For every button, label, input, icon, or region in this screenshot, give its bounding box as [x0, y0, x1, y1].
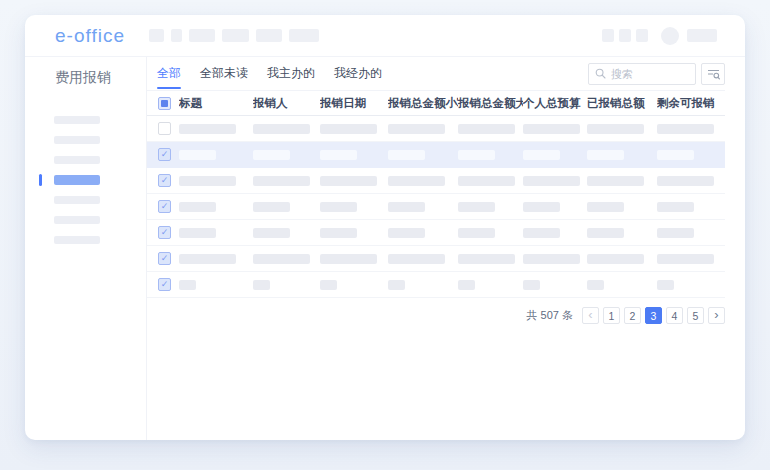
column-header-reimbursed-total: 已报销总额 [587, 96, 657, 111]
skeleton-bar [523, 124, 580, 134]
skeleton-bar [179, 228, 216, 238]
skeleton-bar [388, 176, 445, 186]
skeleton-bar [523, 254, 580, 264]
table-row[interactable] [147, 116, 725, 142]
expense-table: 标题 报销人 报销日期 报销总金额小写 报销总金额大写 个人总预算 已报销总额 … [147, 90, 725, 298]
skeleton-bar [657, 150, 694, 160]
skeleton-bar [657, 280, 674, 290]
prev-page-button[interactable]: ‹ [582, 307, 599, 324]
sidebar-item[interactable] [25, 150, 146, 170]
skeleton-bar [458, 202, 495, 212]
row-checkbox[interactable]: ✓ [158, 148, 171, 161]
skeleton-bar [587, 228, 624, 238]
skeleton-bar [458, 228, 495, 238]
search-box[interactable] [588, 63, 696, 85]
avatar[interactable] [661, 27, 679, 45]
page-button-2[interactable]: 2 [624, 307, 641, 324]
action-placeholder [636, 29, 648, 42]
topbar: e-office [25, 15, 745, 57]
select-all-checkbox[interactable] [158, 97, 171, 110]
skeleton-bar [523, 150, 560, 160]
sidebar-menu [25, 110, 146, 250]
advanced-search-button[interactable] [701, 63, 725, 85]
sidebar-item[interactable] [25, 210, 146, 230]
row-checkbox[interactable]: ✓ [158, 174, 171, 187]
column-header-personal-budget: 个人总预算 [523, 96, 587, 111]
table-row[interactable]: ✓ [147, 142, 725, 168]
search-area [588, 63, 725, 85]
skeleton-bar [458, 176, 515, 186]
skeleton-bar [320, 124, 377, 134]
skeleton-bar [657, 124, 714, 134]
sidebar-item-skeleton [54, 156, 100, 164]
table-row[interactable]: ✓ [147, 220, 725, 246]
next-page-button[interactable]: › [708, 307, 725, 324]
skeleton-bar [253, 202, 290, 212]
skeleton-bar [523, 176, 580, 186]
skeleton-bar [388, 124, 445, 134]
skeleton-bar [587, 254, 644, 264]
toolbar: 全部 全部未读 我主办的 我经办的 [147, 57, 745, 90]
skeleton-bar [657, 228, 694, 238]
row-checkbox[interactable]: ✓ [158, 200, 171, 213]
skeleton-bar [657, 254, 714, 264]
skeleton-bar [388, 150, 425, 160]
skeleton-bar [253, 280, 270, 290]
action-placeholder [602, 29, 614, 42]
pagination-total: 共 507 条 [527, 308, 573, 323]
table-body: ✓✓✓✓✓✓ [147, 116, 725, 298]
tab-my-hosted[interactable]: 我主办的 [267, 57, 315, 90]
nav-placeholder [222, 29, 249, 42]
username-placeholder [687, 29, 717, 42]
search-icon [595, 68, 606, 79]
tab-label: 我经办的 [334, 65, 382, 82]
sidebar-item-skeleton [54, 175, 100, 185]
page-button-1[interactable]: 1 [603, 307, 620, 324]
column-header-date: 报销日期 [320, 96, 388, 111]
advanced-search-icon [707, 68, 720, 80]
sidebar-item-skeleton [54, 236, 100, 244]
tab-all[interactable]: 全部 [157, 57, 181, 90]
skeleton-bar [320, 176, 377, 186]
skeleton-bar [320, 254, 377, 264]
sidebar-item[interactable] [25, 190, 146, 210]
sidebar-item-active[interactable] [25, 170, 146, 190]
row-checkbox[interactable]: ✓ [158, 252, 171, 265]
table-row[interactable]: ✓ [147, 194, 725, 220]
column-header-title: 标题 [179, 96, 253, 111]
row-checkbox[interactable] [158, 122, 171, 135]
row-checkbox[interactable]: ✓ [158, 226, 171, 239]
skeleton-bar [320, 150, 357, 160]
nav-placeholder [289, 29, 319, 42]
tab-my-handled[interactable]: 我经办的 [334, 57, 382, 90]
skeleton-bar [253, 228, 290, 238]
column-header-amount-words: 报销总金额大写 [458, 96, 523, 111]
skeleton-bar [253, 176, 310, 186]
topbar-nav-placeholders [149, 29, 319, 42]
page-button-current[interactable]: 3 [645, 307, 662, 324]
table-row[interactable]: ✓ [147, 168, 725, 194]
table-row[interactable]: ✓ [147, 272, 725, 298]
nav-placeholder [171, 29, 182, 42]
sidebar-item[interactable] [25, 130, 146, 150]
skeleton-bar [523, 280, 540, 290]
skeleton-bar [253, 150, 290, 160]
sidebar: 费用报销 [25, 57, 147, 440]
action-placeholder [619, 29, 631, 42]
tab-label: 全部未读 [200, 65, 248, 82]
sidebar-item[interactable] [25, 230, 146, 250]
skeleton-bar [458, 254, 515, 264]
skeleton-bar [458, 124, 515, 134]
page-button-5[interactable]: 5 [687, 307, 704, 324]
sidebar-item[interactable] [25, 110, 146, 130]
table-header: 标题 报销人 报销日期 报销总金额小写 报销总金额大写 个人总预算 已报销总额 … [147, 90, 725, 116]
table-row[interactable]: ✓ [147, 246, 725, 272]
tab-label: 我主办的 [267, 65, 315, 82]
column-header-remaining: 剩余可报销 [657, 96, 725, 111]
search-input[interactable] [611, 68, 689, 80]
tab-all-unread[interactable]: 全部未读 [200, 57, 248, 90]
page-button-4[interactable]: 4 [666, 307, 683, 324]
skeleton-bar [179, 254, 236, 264]
row-checkbox[interactable]: ✓ [158, 278, 171, 291]
sidebar-item-skeleton [54, 196, 100, 204]
